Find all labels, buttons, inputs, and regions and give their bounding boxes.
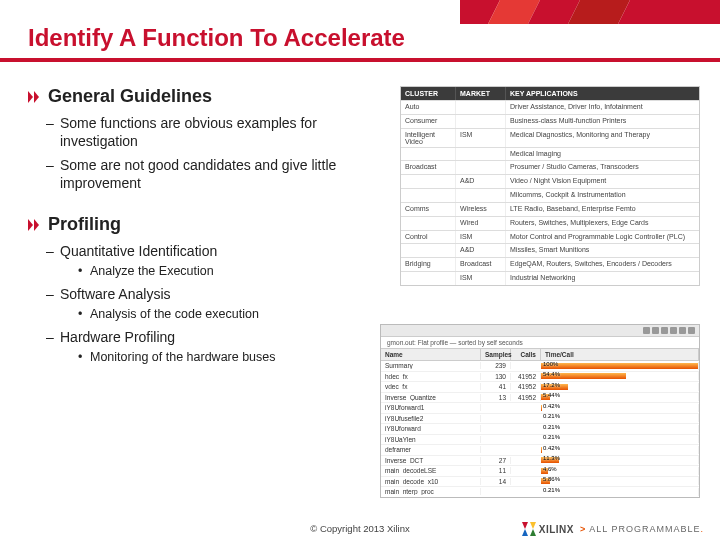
table-row: WiredRouters, Switches, Multiplexers, Ed… xyxy=(401,216,699,230)
profiler-col: Time/Call xyxy=(541,349,699,360)
profiler-pct: 0.21% xyxy=(543,488,560,493)
sub-bullet: Monitoring of the hardware buses xyxy=(78,350,378,366)
table-row: ControlISMMotor Control and Programmable… xyxy=(401,230,699,244)
profiler-row: hdec_fx1304195254.4% xyxy=(381,372,699,383)
profiler-bar xyxy=(541,405,542,411)
table-cell: Missiles, Smart Munitions xyxy=(506,244,699,257)
profiler-row: main_decode_x10145.86% xyxy=(381,477,699,488)
profiler-pct: 5.86% xyxy=(543,477,560,482)
profiler-bar-cell: 11.3% xyxy=(541,456,699,464)
table-row: Milcomms, Cockpit & Instrumentation xyxy=(401,188,699,202)
profiler-bar-cell: 0.21% xyxy=(541,488,699,496)
table-cell: ISM xyxy=(456,231,506,244)
bullet-text: Hardware Profiling xyxy=(60,329,175,345)
brand-name: XILINX xyxy=(539,524,574,535)
profiler-row: deframer0.42% xyxy=(381,445,699,456)
table-cell: Auto xyxy=(401,101,456,114)
profiler-cell: main_decode_x10 xyxy=(381,478,481,485)
profiler-cell: Summary xyxy=(381,362,481,369)
slide: Identify A Function To Accelerate Genera… xyxy=(0,0,720,540)
profiler-body: Summary239100%hdec_fx1304195254.4%vdec_f… xyxy=(381,361,699,497)
table-body: AutoDriver Assistance, Driver Info, Info… xyxy=(401,100,699,285)
profiler-bar-cell: 0.21% xyxy=(541,425,699,433)
profiler-pct: 54.4% xyxy=(543,372,560,377)
profiler-row: iY8Uforward10.42% xyxy=(381,403,699,414)
svg-marker-11 xyxy=(522,529,528,536)
profiler-row: main_nterp_proc0.21% xyxy=(381,487,699,497)
table-cell: Medical Diagnostics, Monitoring and Ther… xyxy=(506,129,699,147)
table-header: KEY APPLICATIONS xyxy=(506,87,699,100)
table-cell: EdgeQAM, Routers, Switches, Encoders / D… xyxy=(506,258,699,271)
profiler-cell: iY8Ufusefile2 xyxy=(381,415,481,422)
profiler-meta: gmon.out: Flat profile — sorted by self … xyxy=(381,337,699,349)
svg-marker-12 xyxy=(530,529,536,536)
table-cell xyxy=(401,272,456,285)
bullet-text: Software Analysis xyxy=(60,286,171,302)
table-cell xyxy=(456,161,506,174)
table-cell: Wired xyxy=(456,217,506,230)
toolbar-icon xyxy=(688,327,695,334)
bullet-item: Quantitative Identification Analyze the … xyxy=(46,243,378,279)
table-cell xyxy=(456,148,506,161)
xilinx-icon xyxy=(522,522,536,536)
profiler-row: iY8Uforward0.21% xyxy=(381,424,699,435)
profiler-toolbar xyxy=(381,325,699,337)
table-cell: Medical Imaging xyxy=(506,148,699,161)
profiler-bar xyxy=(541,363,698,369)
profiler-cell: main_nterp_proc xyxy=(381,488,481,495)
toolbar-icon xyxy=(643,327,650,334)
sub-bullet: Analyze the Execution xyxy=(78,264,378,280)
profiler-col: Samples xyxy=(481,349,511,360)
table-cell: Comms xyxy=(401,203,456,216)
table-cell xyxy=(456,189,506,202)
table-cell: Bridging xyxy=(401,258,456,271)
profiler-pct: 100% xyxy=(543,362,558,367)
section-guidelines: General Guidelines Some functions are ob… xyxy=(28,86,378,192)
profiler-cell: deframer xyxy=(381,446,481,453)
profiler-cell: 41952 xyxy=(511,373,541,380)
profiler-row: iY8Ufusefile20.21% xyxy=(381,414,699,425)
brand-logo: XILINX xyxy=(522,522,574,536)
table-header: CLUSTER xyxy=(401,87,456,100)
table-cell xyxy=(401,244,456,257)
profiler-pct: 0.21% xyxy=(543,425,560,430)
table-row: ISMIndustrial Networking xyxy=(401,271,699,285)
table-cell: Motor Control and Programmable Logic Con… xyxy=(506,231,699,244)
profiler-cell: 41952 xyxy=(511,383,541,390)
table-cell: A&D xyxy=(456,175,506,188)
table-cell: Milcomms, Cockpit & Instrumentation xyxy=(506,189,699,202)
table-row: BroadcastProsumer / Studio Cameras, Tran… xyxy=(401,160,699,174)
profiler-header-row: Name Samples Calls Time/Call xyxy=(381,349,699,361)
profiler-cell: hdec_fx xyxy=(381,373,481,380)
table-cell: Broadcast xyxy=(401,161,456,174)
profiler-bar-cell: 0.42% xyxy=(541,446,699,454)
profiler-row: main_decodeLSE114.6% xyxy=(381,466,699,477)
profiler-cell: iY8Uforward xyxy=(381,425,481,432)
bullet-item: Some are not good candidates and give li… xyxy=(46,157,378,192)
table-cell: Intelligent Video xyxy=(401,129,456,147)
profiler-pct: 0.21% xyxy=(543,414,560,419)
brand-tagline: > ALL PROGRAMMABLE. xyxy=(580,524,704,534)
profiler-bar-cell: 5.44% xyxy=(541,393,699,401)
profiler-bar-cell: 5.86% xyxy=(541,477,699,485)
table-row: CommsWirelessLTE Radio, Baseband, Enterp… xyxy=(401,202,699,216)
profiler-bar-cell: 0.21% xyxy=(541,435,699,443)
profiler-pct: 0.42% xyxy=(543,446,560,451)
svg-marker-5 xyxy=(28,91,33,103)
profiler-row: Inverse_Quantize13419525.44% xyxy=(381,393,699,404)
profiler-bar-cell: 0.21% xyxy=(541,414,699,422)
profiler-pct: 11.3% xyxy=(543,456,560,461)
profiler-cell: 14 xyxy=(481,478,511,485)
slide-title: Identify A Function To Accelerate xyxy=(28,24,405,52)
chevron-icon: > xyxy=(580,524,586,534)
table-cell: Prosumer / Studio Cameras, Transcoders xyxy=(506,161,699,174)
table-row: A&DMissiles, Smart Munitions xyxy=(401,243,699,257)
profiler-bar xyxy=(541,447,542,453)
section-profiling: Profiling Quantitative Identification An… xyxy=(28,214,378,365)
table-header: MARKET xyxy=(456,87,506,100)
table-cell xyxy=(401,217,456,230)
profiler-cell: 11 xyxy=(481,467,511,474)
profiler-cell: iY8UaYlen xyxy=(381,436,481,443)
profiler-cell: 41 xyxy=(481,383,511,390)
table-cell: Control xyxy=(401,231,456,244)
